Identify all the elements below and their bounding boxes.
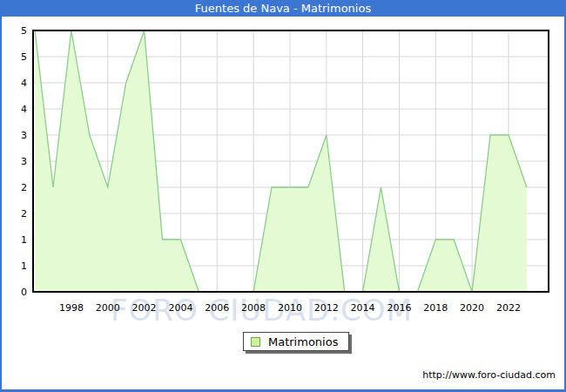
x-tick-label: 2018 <box>423 302 448 314</box>
y-tick-label: 3 <box>21 156 27 167</box>
legend-swatch-icon <box>251 337 260 347</box>
area-series-outline <box>35 30 527 292</box>
y-tick-label: 4 <box>21 104 27 115</box>
legend-box: Matrimonios <box>243 332 349 351</box>
x-tick-label: 2020 <box>460 302 484 314</box>
y-tick-label: 5 <box>21 51 27 63</box>
y-tick-label: 3 <box>21 130 27 141</box>
x-tick-label: 2022 <box>496 302 521 314</box>
x-tick-label: 1998 <box>59 302 84 314</box>
y-tick-label: 2 <box>21 182 27 193</box>
y-tick-label: 0 <box>21 287 27 298</box>
title-bar: Fuentes de Nava - Matrimonios <box>0 0 566 17</box>
y-tick-label: 4 <box>21 78 27 89</box>
legend-label: Matrimonios <box>268 335 338 348</box>
footer-url: http://www.foro-ciudad.com <box>422 369 556 381</box>
y-tick-label: 2 <box>21 208 27 220</box>
chart-window: Fuentes de Nava - Matrimonios FORO CIUDA… <box>0 0 566 392</box>
plot-border <box>33 30 549 292</box>
watermark: FORO CIUDAD.COM <box>111 293 413 328</box>
y-tick-label: 5 <box>21 25 27 37</box>
area-series-fill <box>35 30 527 292</box>
chart-title: Fuentes de Nava - Matrimonios <box>195 0 371 17</box>
y-tick-label: 1 <box>21 234 27 246</box>
y-tick-label: 1 <box>21 260 27 272</box>
